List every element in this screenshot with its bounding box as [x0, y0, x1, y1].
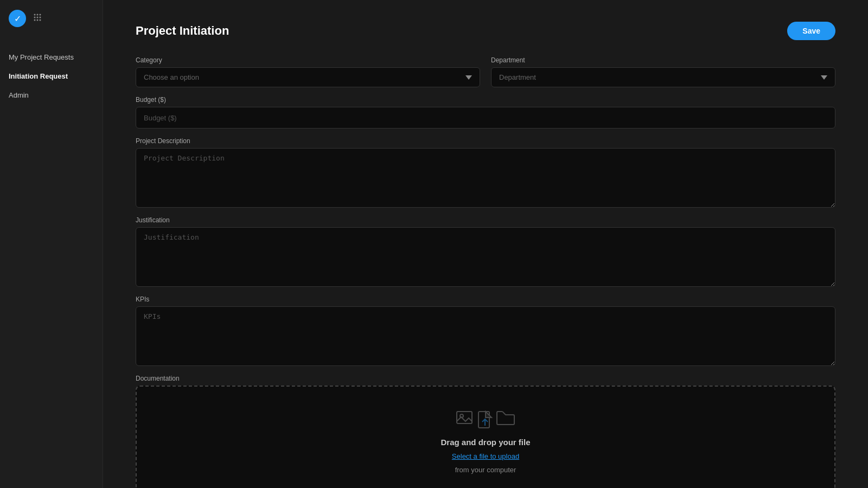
project-description-input[interactable] — [136, 148, 835, 208]
upload-drag-text: Drag and drop your file — [441, 438, 530, 447]
category-group: Category Choose an option — [136, 56, 480, 87]
svg-point-2 — [40, 14, 41, 16]
svg-point-6 — [34, 20, 36, 21]
upload-icons-group — [456, 408, 515, 428]
justification-input[interactable] — [136, 227, 835, 287]
kpis-section: KPIs — [136, 296, 835, 366]
department-group: Department Department — [491, 56, 835, 87]
sidebar-item-my-project-requests[interactable]: My Project Requests — [0, 48, 103, 67]
page-header: Project Initiation Save — [136, 22, 835, 40]
sidebar: ✓ My Project Requests Initiation Request… — [0, 0, 103, 488]
image-upload-icon — [456, 408, 475, 428]
page-title: Project Initiation — [136, 24, 229, 38]
justification-group: Justification — [136, 216, 835, 287]
budget-label: Budget ($) — [136, 96, 835, 104]
logo-icon[interactable]: ✓ — [9, 10, 26, 27]
documentation-group: Documentation — [136, 375, 835, 488]
sidebar-header: ✓ — [0, 0, 103, 37]
documentation-label: Documentation — [136, 375, 835, 382]
category-department-row: Category Choose an option Department Dep… — [136, 56, 835, 87]
kpis-input[interactable] — [136, 306, 835, 366]
upload-drop-zone[interactable]: Drag and drop your file Select a file to… — [136, 386, 835, 488]
kpis-group: KPIs — [136, 296, 835, 366]
sidebar-nav: My Project Requests Initiation Request A… — [0, 37, 103, 115]
svg-point-0 — [34, 14, 36, 16]
main-content: Project Initiation Save Category Choose … — [103, 0, 868, 488]
project-description-section: Project Description — [136, 137, 835, 208]
svg-point-1 — [37, 14, 39, 16]
upload-select-link[interactable]: Select a file to upload — [452, 452, 519, 460]
svg-point-5 — [40, 17, 41, 18]
budget-group: Budget ($) — [136, 96, 835, 129]
svg-point-7 — [37, 20, 39, 21]
upload-from-text: from your computer — [455, 466, 516, 474]
justification-section: Justification — [136, 216, 835, 287]
file-upload-icon — [477, 410, 494, 430]
category-label: Category — [136, 56, 480, 64]
budget-input[interactable] — [136, 107, 835, 129]
svg-point-8 — [40, 20, 41, 21]
svg-point-4 — [37, 17, 39, 18]
svg-point-3 — [34, 17, 36, 18]
justification-label: Justification — [136, 216, 835, 224]
save-button[interactable]: Save — [787, 22, 835, 40]
grid-icon[interactable] — [33, 12, 42, 24]
department-select[interactable]: Department — [491, 67, 835, 87]
category-select[interactable]: Choose an option — [136, 67, 480, 87]
kpis-label: KPIs — [136, 296, 835, 303]
project-description-label: Project Description — [136, 137, 835, 145]
sidebar-item-admin[interactable]: Admin — [0, 86, 103, 105]
department-label: Department — [491, 56, 835, 64]
checkmark-icon: ✓ — [14, 14, 21, 24]
folder-upload-icon — [496, 409, 515, 427]
documentation-section: Documentation — [136, 375, 835, 488]
sidebar-item-initiation-request[interactable]: Initiation Request — [0, 67, 103, 86]
budget-section: Budget ($) — [136, 96, 835, 129]
project-description-group: Project Description — [136, 137, 835, 208]
svg-rect-9 — [457, 412, 472, 423]
